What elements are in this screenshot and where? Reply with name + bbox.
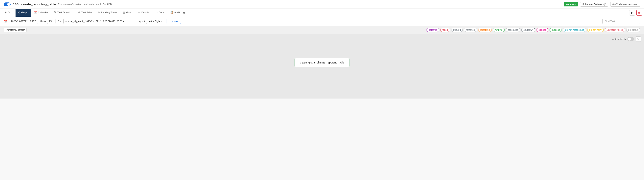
- tab-details[interactable]: ⚠ Details: [135, 9, 152, 17]
- dag-name: create_reporting_table: [22, 3, 56, 6]
- calendar-icon: 📅: [34, 11, 37, 14]
- operator-tag[interactable]: TransformOperator: [4, 28, 26, 32]
- header: DAG: create_reporting_table Runs a trans…: [0, 0, 644, 9]
- tab-calendar[interactable]: 📅 Calendar: [31, 9, 51, 17]
- gantt-icon: ▤: [123, 11, 125, 14]
- status-tag-queued[interactable]: queued: [451, 28, 463, 32]
- dag-prefix: DAG:: [12, 3, 20, 6]
- tab-gantt[interactable]: ▤ Gantt: [120, 9, 135, 17]
- run-select[interactable]: dataset_triggered__2023-03-27T22:23:26.6…: [64, 19, 135, 24]
- refresh-button[interactable]: ↻: [636, 36, 641, 42]
- chevron-down-icon: ▾: [52, 20, 54, 23]
- status-tag-failed[interactable]: failed: [440, 28, 450, 32]
- dag-toggle[interactable]: [4, 3, 10, 6]
- tab-task-tries-label: Task Tries: [81, 11, 92, 14]
- tab-graph-label: Graph: [22, 11, 28, 14]
- find-task-input[interactable]: [602, 19, 640, 24]
- status-tag-scheduled[interactable]: scheduled: [506, 28, 520, 32]
- status-tag-removed[interactable]: removed: [464, 28, 477, 32]
- tab-grid[interactable]: ⊞ Grid: [2, 9, 15, 17]
- canvas-controls: Auto-refresh ↻: [612, 36, 641, 42]
- status-tag-shutdown[interactable]: shutdown: [521, 28, 535, 32]
- tab-graph[interactable]: ⬡ Graph: [16, 9, 31, 17]
- status-tag-up_for_retry[interactable]: up_for_retry: [587, 28, 604, 32]
- dag-description: Runs a transformation on climate data in…: [58, 3, 112, 6]
- runs-label: Runs: [40, 20, 46, 23]
- status-tag-deferred[interactable]: deferred: [426, 28, 439, 32]
- date-value: 2023-03-27T22:23:27Z: [9, 19, 38, 24]
- tab-audit-log[interactable]: 📋 Audit Log: [168, 9, 188, 17]
- update-button[interactable]: Update: [166, 19, 181, 24]
- runs-value: 25: [49, 20, 52, 23]
- node-container: create_global_climate_reporting_table: [0, 34, 644, 91]
- canvas: Auto-refresh ↻ create_global_climate_rep…: [0, 34, 644, 99]
- status-tag-restarting[interactable]: restarting: [478, 28, 492, 32]
- dag-node[interactable]: create_global_climate_reporting_table: [294, 58, 349, 67]
- find-task-container: [602, 19, 640, 24]
- tab-task-duration[interactable]: ⏱ Task Duration: [51, 9, 75, 17]
- chevron-down-icon-layout: ▾: [161, 20, 162, 23]
- calendar-icon-toolbar: 📅: [4, 20, 8, 23]
- play-button[interactable]: ▶: [629, 10, 635, 16]
- info-icon[interactable]: i: [603, 3, 606, 6]
- tab-task-tries[interactable]: ↺ Task Tries: [75, 9, 95, 17]
- tab-code-label: Code: [159, 11, 164, 14]
- tab-task-duration-label: Task Duration: [57, 11, 72, 14]
- layout-label: Layout: [138, 20, 145, 23]
- status-tag-no_status[interactable]: no_status: [626, 28, 640, 32]
- layout-group: Layout Left > Right ▾: [138, 19, 164, 24]
- audit-icon: 📋: [170, 11, 173, 14]
- runs-select[interactable]: 25 ▾: [47, 19, 55, 24]
- tab-code[interactable]: <> Code: [152, 9, 167, 17]
- status-tag-running[interactable]: running: [493, 28, 505, 32]
- landing-icon: ✈: [98, 11, 100, 14]
- tab-calendar-label: Calendar: [38, 11, 48, 14]
- delete-button[interactable]: 🗑: [636, 10, 642, 16]
- toolbar: 📅 2023-03-27T22:23:27Z Runs 25 ▾ Run dat…: [0, 17, 644, 26]
- tab-gantt-label: Gantt: [126, 11, 132, 14]
- layout-select[interactable]: Left > Right ▾: [146, 19, 164, 24]
- chevron-down-icon-run: ▾: [123, 20, 124, 23]
- status-tag-up_for_reschedule[interactable]: up_for_reschedule: [563, 28, 586, 32]
- status-badge: success: [564, 2, 578, 7]
- filter-bar: TransformOperator deferredfailedqueuedre…: [0, 26, 644, 34]
- tab-landing-times[interactable]: ✈ Landing Times: [95, 9, 120, 17]
- run-label: Run: [58, 20, 62, 23]
- auto-refresh-toggle[interactable]: [627, 37, 634, 41]
- run-value: dataset_triggered__2023-03-27T22:23:26.6…: [65, 20, 122, 23]
- duration-icon: ⏱: [54, 11, 56, 14]
- nav-tabs: ⊞ Grid ⬡ Graph 📅 Calendar ⏱ Task Duratio…: [0, 9, 644, 17]
- status-tag-success[interactable]: success: [550, 28, 562, 32]
- graph-icon: ⬡: [18, 11, 20, 14]
- schedule-label: Schedule: Dataset: [582, 3, 602, 6]
- status-tag-skipped[interactable]: skipped: [536, 28, 548, 32]
- schedule-button[interactable]: Schedule: Dataset i: [580, 2, 608, 7]
- details-icon: ⚠: [138, 11, 140, 14]
- tab-landing-times-label: Landing Times: [101, 11, 117, 14]
- datasets-info: 0 of 2 datasets updated: [610, 2, 640, 7]
- layout-value: Left > Right: [148, 20, 160, 23]
- header-left: DAG: create_reporting_table Runs a trans…: [4, 3, 112, 6]
- date-group: 📅 2023-03-27T22:23:27Z: [4, 19, 38, 24]
- code-icon: <>: [155, 11, 158, 14]
- tab-grid-label: Grid: [8, 11, 12, 14]
- nav-actions: ▶ 🗑: [629, 10, 642, 16]
- status-tags: deferredfailedqueuedremovedrestartingrun…: [426, 28, 640, 32]
- grid-icon: ⊞: [4, 11, 7, 14]
- tab-audit-log-label: Audit Log: [174, 11, 185, 14]
- runs-group: Runs 25 ▾: [40, 19, 56, 24]
- header-right: success Schedule: Dataset i 0 of 2 datas…: [564, 2, 640, 7]
- run-group: Run dataset_triggered__2023-03-27T22:23:…: [58, 19, 135, 24]
- status-tag-upstream_failed[interactable]: upstream_failed: [605, 28, 625, 32]
- tries-icon: ↺: [78, 11, 80, 14]
- auto-refresh-label: Auto-refresh: [612, 38, 626, 41]
- tab-details-label: Details: [142, 11, 149, 14]
